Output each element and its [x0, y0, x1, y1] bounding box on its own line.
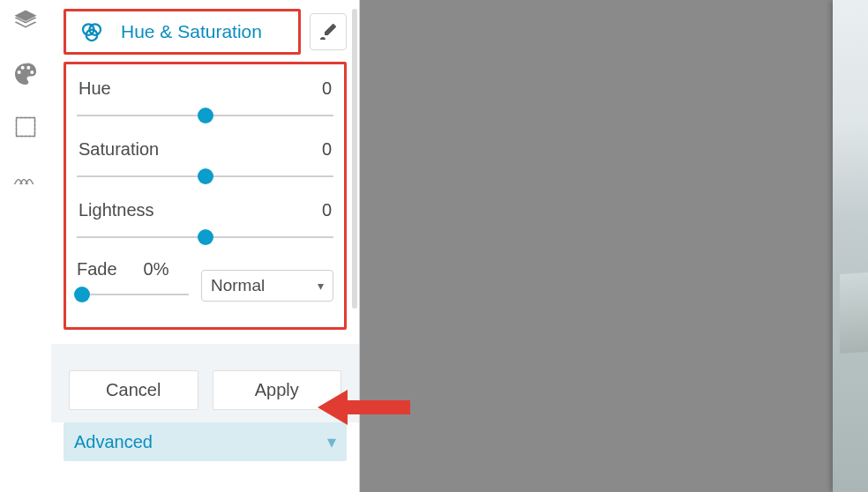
- chevron-down-icon: ▾: [318, 279, 324, 293]
- fade-value: 0%: [144, 259, 169, 280]
- action-buttons: Cancel Apply: [51, 344, 359, 422]
- frame-icon: [13, 115, 38, 139]
- lightness-slider[interactable]: [77, 227, 333, 247]
- cancel-button[interactable]: Cancel: [69, 370, 198, 410]
- panel-scrollbar-track: [352, 0, 357, 492]
- fade-control-row: Fade 0% Normal ▾: [77, 256, 333, 311]
- mask-brush-button[interactable]: [310, 13, 347, 50]
- hue-slider[interactable]: [77, 106, 333, 125]
- saturation-label: Saturation: [79, 139, 159, 160]
- panel-title-text: Hue & Saturation: [121, 21, 262, 42]
- blend-mode-dropdown[interactable]: Normal ▾: [201, 270, 333, 302]
- saturation-value: 0: [322, 139, 332, 160]
- fade-slider-thumb[interactable]: [74, 287, 90, 302]
- palette-icon: [11, 60, 40, 88]
- saturation-slider[interactable]: [77, 167, 333, 186]
- scratches-icon: [12, 167, 39, 193]
- panel-title[interactable]: Hue & Saturation: [64, 9, 301, 55]
- svg-rect-1: [17, 118, 35, 137]
- frame-tool[interactable]: [10, 111, 41, 143]
- adjustments-panel: Hue & Saturation Hue 0 Saturation 0: [51, 0, 360, 492]
- advanced-toggle[interactable]: Advanced ▾: [64, 422, 347, 461]
- fade-slider[interactable]: [77, 285, 189, 304]
- lightness-slider-thumb[interactable]: [198, 229, 213, 245]
- chevron-down-icon: ▾: [327, 431, 336, 452]
- hue-control: Hue 0: [77, 73, 333, 134]
- layers-tool[interactable]: [10, 5, 41, 37]
- scratches-tool[interactable]: [10, 164, 41, 196]
- canvas-area[interactable]: [360, 0, 868, 492]
- left-toolbar: [0, 0, 51, 492]
- panel-scrollbar-thumb[interactable]: [352, 9, 357, 309]
- blend-mode-value: Normal: [211, 276, 265, 295]
- brush-icon: [318, 21, 339, 42]
- hue-saturation-icon: [79, 19, 105, 45]
- layers-icon: [12, 8, 39, 34]
- sliders-group: Hue 0 Saturation 0 Lightness 0: [64, 62, 347, 330]
- lightness-value: 0: [322, 200, 332, 220]
- hue-label: Hue: [79, 78, 111, 99]
- lightness-label: Lightness: [79, 200, 154, 220]
- hue-value: 0: [322, 78, 332, 99]
- palette-tool[interactable]: [10, 58, 41, 90]
- lightness-control: Lightness 0: [77, 195, 333, 256]
- panel-header: Hue & Saturation: [51, 0, 359, 62]
- advanced-label: Advanced: [74, 432, 153, 452]
- saturation-slider-thumb[interactable]: [198, 168, 213, 184]
- hue-slider-thumb[interactable]: [198, 108, 213, 123]
- saturation-control: Saturation 0: [77, 134, 333, 195]
- image-preview-edge: [833, 0, 868, 492]
- fade-label: Fade: [77, 259, 117, 280]
- apply-button[interactable]: Apply: [213, 370, 342, 410]
- svg-rect-0: [17, 118, 35, 137]
